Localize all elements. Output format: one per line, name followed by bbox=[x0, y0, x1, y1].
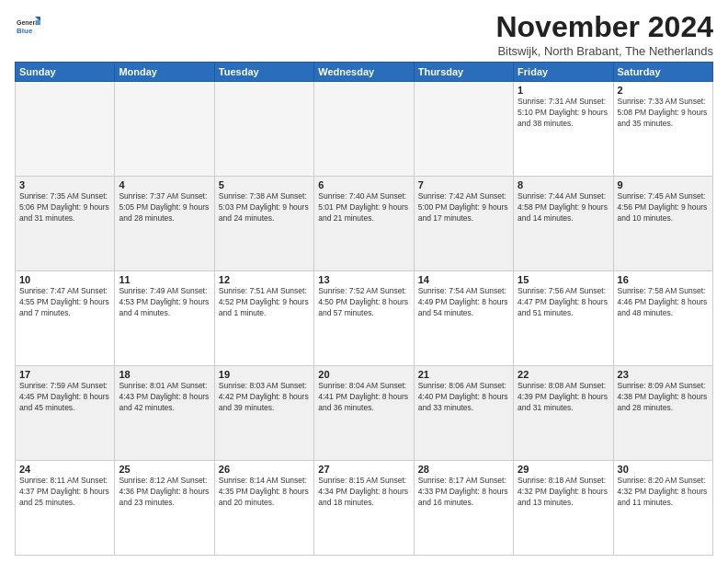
day-detail: Sunrise: 7:35 AM Sunset: 5:06 PM Dayligh… bbox=[19, 191, 110, 224]
calendar-cell: 8Sunrise: 7:44 AM Sunset: 4:58 PM Daylig… bbox=[514, 177, 613, 271]
calendar-cell: 9Sunrise: 7:45 AM Sunset: 4:56 PM Daylig… bbox=[613, 177, 712, 271]
calendar-cell: 16Sunrise: 7:58 AM Sunset: 4:46 PM Dayli… bbox=[613, 271, 712, 366]
day-number: 2 bbox=[618, 85, 709, 96]
calendar-cell: 27Sunrise: 8:15 AM Sunset: 4:34 PM Dayli… bbox=[314, 461, 414, 556]
day-detail: Sunrise: 8:04 AM Sunset: 4:41 PM Dayligh… bbox=[318, 381, 409, 414]
day-detail: Sunrise: 8:12 AM Sunset: 4:36 PM Dayligh… bbox=[119, 476, 210, 509]
day-number: 4 bbox=[119, 179, 210, 190]
calendar-cell: 6Sunrise: 7:40 AM Sunset: 5:01 PM Daylig… bbox=[314, 177, 414, 271]
page: General Blue November 2024 Bitswijk, Nor… bbox=[0, 0, 728, 563]
day-number: 28 bbox=[418, 464, 509, 475]
day-detail: Sunrise: 8:03 AM Sunset: 4:42 PM Dayligh… bbox=[219, 381, 310, 414]
day-detail: Sunrise: 7:44 AM Sunset: 4:58 PM Dayligh… bbox=[518, 191, 609, 224]
day-number: 14 bbox=[418, 274, 509, 285]
calendar-week-row: 3Sunrise: 7:35 AM Sunset: 5:06 PM Daylig… bbox=[16, 177, 713, 271]
day-number: 30 bbox=[618, 464, 709, 475]
day-detail: Sunrise: 7:38 AM Sunset: 5:03 PM Dayligh… bbox=[219, 191, 310, 224]
day-detail: Sunrise: 7:47 AM Sunset: 4:55 PM Dayligh… bbox=[19, 286, 110, 319]
calendar-cell: 29Sunrise: 8:18 AM Sunset: 4:32 PM Dayli… bbox=[514, 461, 613, 556]
day-number: 13 bbox=[318, 274, 409, 285]
day-number: 20 bbox=[318, 369, 409, 380]
header-row: General Blue November 2024 Bitswijk, Nor… bbox=[15, 11, 713, 58]
header-sunday: Sunday bbox=[16, 63, 115, 82]
day-number: 6 bbox=[318, 179, 409, 190]
day-detail: Sunrise: 7:52 AM Sunset: 4:50 PM Dayligh… bbox=[318, 286, 409, 319]
calendar-cell: 30Sunrise: 8:20 AM Sunset: 4:32 PM Dayli… bbox=[613, 461, 712, 556]
day-number: 7 bbox=[418, 179, 509, 190]
calendar-week-row: 17Sunrise: 7:59 AM Sunset: 4:45 PM Dayli… bbox=[16, 366, 713, 461]
header-wednesday: Wednesday bbox=[314, 63, 414, 82]
calendar-cell: 4Sunrise: 7:37 AM Sunset: 5:05 PM Daylig… bbox=[115, 177, 214, 271]
day-detail: Sunrise: 8:11 AM Sunset: 4:37 PM Dayligh… bbox=[19, 476, 110, 509]
calendar-week-row: 10Sunrise: 7:47 AM Sunset: 4:55 PM Dayli… bbox=[16, 271, 713, 366]
day-detail: Sunrise: 8:17 AM Sunset: 4:33 PM Dayligh… bbox=[418, 476, 509, 509]
calendar-cell: 22Sunrise: 8:08 AM Sunset: 4:39 PM Dayli… bbox=[514, 366, 613, 461]
calendar-cell: 23Sunrise: 8:09 AM Sunset: 4:38 PM Dayli… bbox=[613, 366, 712, 461]
day-detail: Sunrise: 7:54 AM Sunset: 4:49 PM Dayligh… bbox=[418, 286, 509, 319]
calendar-cell: 19Sunrise: 8:03 AM Sunset: 4:42 PM Dayli… bbox=[214, 366, 313, 461]
calendar-cell bbox=[214, 82, 313, 177]
day-number: 25 bbox=[119, 464, 210, 475]
day-detail: Sunrise: 8:15 AM Sunset: 4:34 PM Dayligh… bbox=[318, 476, 409, 509]
calendar-cell: 13Sunrise: 7:52 AM Sunset: 4:50 PM Dayli… bbox=[314, 271, 414, 366]
calendar-cell bbox=[115, 82, 214, 177]
logo: General Blue bbox=[15, 13, 42, 39]
day-detail: Sunrise: 7:31 AM Sunset: 5:10 PM Dayligh… bbox=[518, 97, 609, 130]
day-number: 18 bbox=[119, 369, 210, 380]
calendar-cell: 17Sunrise: 7:59 AM Sunset: 4:45 PM Dayli… bbox=[16, 366, 115, 461]
day-number: 15 bbox=[518, 274, 609, 285]
day-detail: Sunrise: 8:06 AM Sunset: 4:40 PM Dayligh… bbox=[418, 381, 509, 414]
calendar-cell: 12Sunrise: 7:51 AM Sunset: 4:52 PM Dayli… bbox=[214, 271, 313, 366]
day-detail: Sunrise: 8:01 AM Sunset: 4:43 PM Dayligh… bbox=[119, 381, 210, 414]
day-number: 22 bbox=[518, 369, 609, 380]
header-friday: Friday bbox=[514, 63, 613, 82]
calendar-week-row: 1Sunrise: 7:31 AM Sunset: 5:10 PM Daylig… bbox=[16, 82, 713, 177]
day-detail: Sunrise: 8:09 AM Sunset: 4:38 PM Dayligh… bbox=[618, 381, 709, 414]
calendar-cell: 24Sunrise: 8:11 AM Sunset: 4:37 PM Dayli… bbox=[16, 461, 115, 556]
calendar-cell bbox=[16, 82, 115, 177]
day-number: 1 bbox=[518, 85, 609, 96]
day-detail: Sunrise: 7:40 AM Sunset: 5:01 PM Dayligh… bbox=[318, 191, 409, 224]
day-detail: Sunrise: 7:51 AM Sunset: 4:52 PM Dayligh… bbox=[219, 286, 310, 319]
calendar-cell: 15Sunrise: 7:56 AM Sunset: 4:47 PM Dayli… bbox=[514, 271, 613, 366]
day-number: 9 bbox=[618, 179, 709, 190]
day-number: 24 bbox=[19, 464, 110, 475]
header-tuesday: Tuesday bbox=[214, 63, 313, 82]
calendar-week-row: 24Sunrise: 8:11 AM Sunset: 4:37 PM Dayli… bbox=[16, 461, 713, 556]
calendar-cell: 3Sunrise: 7:35 AM Sunset: 5:06 PM Daylig… bbox=[16, 177, 115, 271]
location-subtitle: Bitswijk, North Brabant, The Netherlands bbox=[495, 44, 713, 58]
day-number: 27 bbox=[318, 464, 409, 475]
day-number: 10 bbox=[19, 274, 110, 285]
day-number: 29 bbox=[518, 464, 609, 475]
day-detail: Sunrise: 7:42 AM Sunset: 5:00 PM Dayligh… bbox=[418, 191, 509, 224]
header-monday: Monday bbox=[115, 63, 214, 82]
day-number: 21 bbox=[418, 369, 509, 380]
day-number: 5 bbox=[219, 179, 310, 190]
day-detail: Sunrise: 7:56 AM Sunset: 4:47 PM Dayligh… bbox=[518, 286, 609, 319]
day-detail: Sunrise: 8:18 AM Sunset: 4:32 PM Dayligh… bbox=[518, 476, 609, 509]
calendar-cell: 11Sunrise: 7:49 AM Sunset: 4:53 PM Dayli… bbox=[115, 271, 214, 366]
day-number: 16 bbox=[618, 274, 709, 285]
day-number: 17 bbox=[19, 369, 110, 380]
day-detail: Sunrise: 7:45 AM Sunset: 4:56 PM Dayligh… bbox=[618, 191, 709, 224]
calendar-cell: 14Sunrise: 7:54 AM Sunset: 4:49 PM Dayli… bbox=[414, 271, 513, 366]
header-saturday: Saturday bbox=[613, 63, 712, 82]
title-block: November 2024 Bitswijk, North Brabant, T… bbox=[495, 11, 713, 58]
calendar-cell: 28Sunrise: 8:17 AM Sunset: 4:33 PM Dayli… bbox=[414, 461, 513, 556]
day-number: 23 bbox=[618, 369, 709, 380]
calendar-cell: 1Sunrise: 7:31 AM Sunset: 5:10 PM Daylig… bbox=[514, 82, 613, 177]
calendar-cell: 10Sunrise: 7:47 AM Sunset: 4:55 PM Dayli… bbox=[16, 271, 115, 366]
day-detail: Sunrise: 8:20 AM Sunset: 4:32 PM Dayligh… bbox=[618, 476, 709, 509]
day-number: 8 bbox=[518, 179, 609, 190]
month-title: November 2024 bbox=[495, 11, 713, 43]
day-detail: Sunrise: 7:33 AM Sunset: 5:08 PM Dayligh… bbox=[618, 97, 709, 130]
calendar-cell bbox=[314, 82, 414, 177]
header-thursday: Thursday bbox=[414, 63, 513, 82]
day-number: 19 bbox=[219, 369, 310, 380]
day-number: 11 bbox=[119, 274, 210, 285]
calendar-cell: 26Sunrise: 8:14 AM Sunset: 4:35 PM Dayli… bbox=[214, 461, 313, 556]
calendar-cell: 7Sunrise: 7:42 AM Sunset: 5:00 PM Daylig… bbox=[414, 177, 513, 271]
day-number: 12 bbox=[219, 274, 310, 285]
calendar-cell: 20Sunrise: 8:04 AM Sunset: 4:41 PM Dayli… bbox=[314, 366, 414, 461]
day-detail: Sunrise: 8:14 AM Sunset: 4:35 PM Dayligh… bbox=[219, 476, 310, 509]
